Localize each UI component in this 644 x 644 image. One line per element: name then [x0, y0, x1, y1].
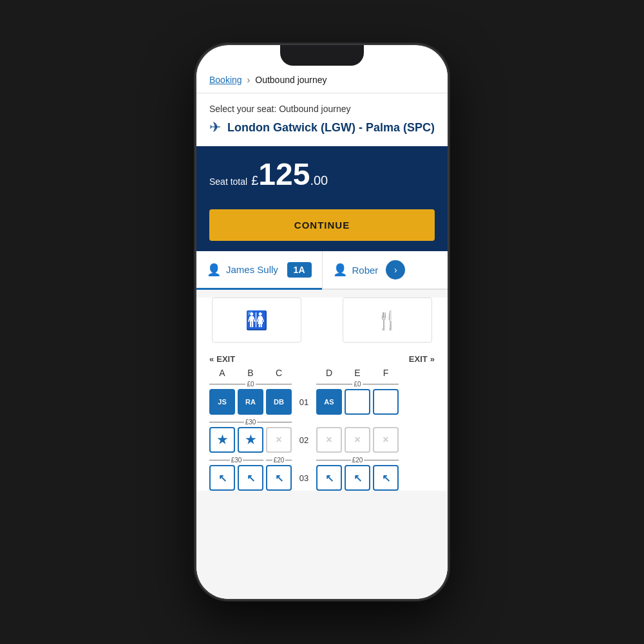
- price-banner: Seat total £ 125 .00 CONTINUE: [196, 146, 448, 251]
- exit-row: « EXIT EXIT »: [196, 350, 448, 368]
- seat-01A[interactable]: JS: [209, 389, 235, 415]
- continue-button[interactable]: CONTINUE: [209, 209, 435, 241]
- col-E: E: [345, 368, 370, 378]
- next-passenger-arrow[interactable]: ›: [386, 260, 405, 279]
- screen-content: Booking › Outbound journey Select your s…: [196, 66, 448, 599]
- row-num-02: 02: [294, 435, 314, 445]
- seat-03B[interactable]: ↖: [238, 465, 263, 491]
- row03-price-c-label: £20: [274, 457, 285, 464]
- seat-01C[interactable]: DB: [266, 389, 292, 415]
- row01-price-left: £0: [209, 381, 292, 388]
- column-headers: A B C D E F: [209, 368, 435, 378]
- seat-03D[interactable]: ↖: [316, 465, 342, 491]
- row03-price-right-label: £20: [352, 457, 363, 464]
- amenities-row: 🚻 🍴: [209, 298, 435, 343]
- seat-total-label: Seat total: [209, 176, 247, 187]
- seat-01B[interactable]: RA: [238, 389, 263, 415]
- seat-row-01: JS RA DB 01 AS: [209, 389, 435, 415]
- seat-row-02: ★ ★ × 02 × × ×: [209, 427, 435, 453]
- exit-left: « EXIT: [209, 354, 235, 364]
- exit-arrows-right: »: [430, 354, 435, 364]
- col-F: F: [373, 368, 399, 378]
- exit-arrows-left: «: [209, 354, 214, 364]
- price-currency: £: [251, 173, 258, 188]
- passenger-name-james: James Sully: [226, 264, 278, 275]
- row02-price-left: £30: [209, 419, 292, 426]
- seat-03F[interactable]: ↖: [373, 465, 399, 491]
- row01-price-right: £0: [316, 381, 399, 388]
- flight-subtitle: Select your seat: Outbound journey: [209, 104, 435, 114]
- passenger-icon-robert: 👤: [333, 263, 347, 277]
- seat-02E: ×: [345, 427, 370, 453]
- seat-badge-james: 1A: [287, 262, 312, 278]
- breadcrumb: Booking › Outbound journey: [196, 66, 448, 93]
- seat-02C: ×: [266, 427, 292, 453]
- row01-price-left-label: £0: [247, 381, 254, 388]
- price-cents: .00: [310, 173, 328, 188]
- seat-03C[interactable]: ↖: [266, 465, 292, 491]
- row-num-03: 03: [294, 473, 314, 483]
- col-C: C: [266, 368, 292, 378]
- price-value: £ 125 .00: [251, 159, 328, 190]
- seat-01F[interactable]: [373, 389, 399, 415]
- row-num-01: 01: [294, 397, 314, 407]
- passenger-tab-james[interactable]: 👤 James Sully 1A: [196, 251, 322, 290]
- passenger-tab-robert[interactable]: 👤 Rober ›: [322, 251, 448, 289]
- exit-right-label: EXIT: [409, 354, 428, 364]
- seat-02D: ×: [316, 427, 342, 453]
- breadcrumb-booking-link[interactable]: Booking: [209, 75, 242, 85]
- seat-02A[interactable]: ★: [209, 427, 235, 453]
- row03-price-brackets: £30 £20 £20: [209, 457, 435, 464]
- passenger-name-robert: Rober: [352, 265, 379, 276]
- seat-02F: ×: [373, 427, 399, 453]
- col-spacer: [294, 368, 314, 378]
- breadcrumb-separator: ›: [247, 75, 251, 85]
- col-D: D: [316, 368, 342, 378]
- plane-icon: ✈: [209, 119, 221, 136]
- passenger-tabs: 👤 James Sully 1A 👤 Rober ›: [196, 251, 448, 290]
- row01-price-brackets: £0 £0: [209, 381, 435, 388]
- row03-price-ab-label: £30: [231, 457, 242, 464]
- seat-map: 🚻 🍴 « EXIT EXIT »: [196, 298, 448, 491]
- price-amount: 125: [258, 159, 310, 190]
- flight-route-text: London Gatwick (LGW) - Palma (SPC): [227, 121, 435, 135]
- row02-price-brackets: £30: [209, 419, 435, 426]
- col-A: A: [209, 368, 235, 378]
- phone-notch: [280, 45, 364, 66]
- exit-left-label: EXIT: [216, 354, 235, 364]
- exit-right: EXIT »: [409, 354, 435, 364]
- phone-screen: Booking › Outbound journey Select your s…: [196, 45, 448, 599]
- seat-03A[interactable]: ↖: [209, 465, 235, 491]
- row02-price-left-label: £30: [245, 419, 256, 426]
- passenger-icon-james: 👤: [207, 263, 221, 277]
- restroom-icon: 🚻: [245, 310, 268, 331]
- restroom-amenity: 🚻: [212, 298, 301, 343]
- flight-route: ✈ London Gatwick (LGW) - Palma (SPC): [209, 119, 435, 136]
- flight-info: Select your seat: Outbound journey ✈ Lon…: [196, 93, 448, 146]
- dining-amenity: 🍴: [343, 298, 432, 343]
- breadcrumb-current: Outbound journey: [255, 75, 327, 85]
- phone-frame: Booking › Outbound journey Select your s…: [196, 45, 448, 599]
- seat-01E[interactable]: [345, 389, 370, 415]
- seat-03E[interactable]: ↖: [345, 465, 370, 491]
- seat-grid: A B C D E F £0: [196, 368, 448, 491]
- col-B: B: [238, 368, 263, 378]
- seat-row-03: ↖ ↖ ↖ 03 ↖ ↖ ↖: [209, 465, 435, 491]
- dining-icon: 🍴: [376, 310, 399, 331]
- row01-price-right-label: £0: [354, 381, 361, 388]
- seat-02B[interactable]: ★: [238, 427, 263, 453]
- seat-01D[interactable]: AS: [316, 389, 342, 415]
